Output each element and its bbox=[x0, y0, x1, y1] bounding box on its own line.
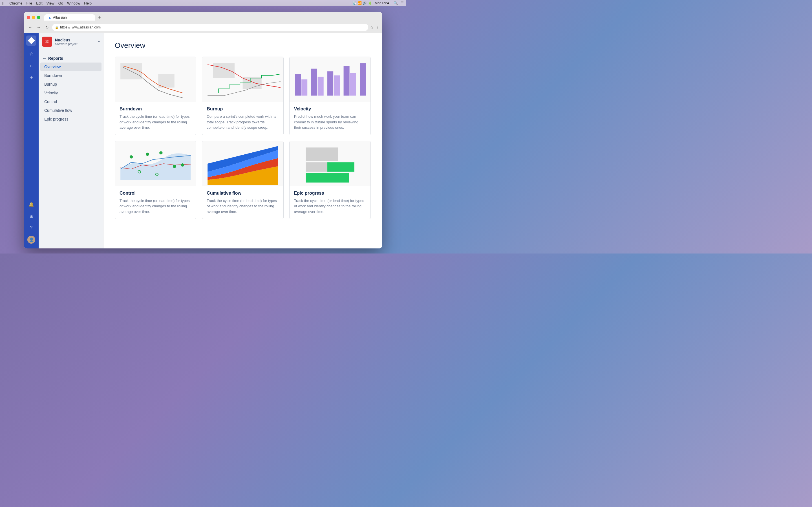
velocity-card[interactable]: Velocity Predict how much work your team… bbox=[289, 57, 371, 135]
cumulative-flow-card[interactable]: Cumulative flow Track the cycle time (or… bbox=[202, 141, 283, 219]
sidebar-icons: ☆ ⌕ + 🔔 ⊞ ? 👤 bbox=[24, 33, 39, 248]
lock-icon: 🔒 bbox=[55, 26, 58, 29]
cumulative-body: Cumulative flow Track the cycle time (or… bbox=[202, 186, 283, 219]
svg-rect-6 bbox=[311, 69, 317, 96]
menubar:  Chrome File Edit View Go Window Help 📡… bbox=[0, 0, 406, 6]
diamond-icon bbox=[28, 37, 35, 44]
toolbar-right: ☆ ⋮ bbox=[370, 25, 379, 30]
burndown-body: Burndown Track the cycle time (or lead t… bbox=[115, 102, 196, 135]
cumulative-desc: Track the cycle time (or lead time) for … bbox=[207, 198, 278, 215]
atlassian-tab-icon: ▲ bbox=[48, 16, 51, 19]
cumulative-title: Cumulative flow bbox=[207, 191, 278, 196]
clock: Mon 09:41 bbox=[375, 1, 391, 5]
traffic-lights bbox=[27, 16, 40, 19]
epic-title: Epic progress bbox=[294, 191, 366, 196]
tab-label: Atlassian bbox=[53, 15, 67, 19]
nav-item-velocity[interactable]: Velocity bbox=[40, 89, 101, 97]
sidebar-apps-icon[interactable]: ⊞ bbox=[26, 211, 36, 221]
sidebar-star-icon[interactable]: ☆ bbox=[26, 49, 36, 59]
nav-item-cumulative-flow[interactable]: Cumulative flow bbox=[40, 106, 101, 115]
menu-extra-icon[interactable]: ☰ bbox=[401, 1, 404, 5]
menu-go[interactable]: Go bbox=[58, 1, 63, 5]
project-header[interactable]: ⚛ Nucleus Software project ▾ bbox=[39, 33, 103, 51]
sidebar-search-icon[interactable]: ⌕ bbox=[26, 61, 36, 71]
velocity-chart bbox=[290, 57, 370, 102]
back-arrow-icon: ← bbox=[43, 56, 47, 61]
epic-progress-card[interactable]: Epic progress Track the cycle time (or l… bbox=[289, 141, 371, 219]
menu-edit[interactable]: Edit bbox=[36, 1, 42, 5]
menu-help[interactable]: Help bbox=[84, 1, 92, 5]
browser-tabs: ▲ Atlassian + bbox=[27, 14, 379, 21]
browser-window: ▲ Atlassian + ← → ↻ 🔒 https:// www.atlas… bbox=[24, 12, 382, 248]
svg-point-18 bbox=[181, 163, 184, 166]
epic-desc: Track the cycle time (or lead time) for … bbox=[294, 198, 366, 215]
menubar-right: 📡 📶 🔊 🔋 Mon 09:41 🔍 ☰ bbox=[352, 1, 404, 5]
svg-rect-12 bbox=[360, 63, 366, 96]
svg-point-15 bbox=[159, 151, 162, 154]
search-menubar-icon[interactable]: 🔍 bbox=[394, 1, 398, 5]
svg-rect-23 bbox=[306, 173, 349, 182]
user-avatar[interactable]: 👤 bbox=[26, 235, 36, 245]
epic-chart bbox=[290, 141, 370, 186]
nav-item-burnup[interactable]: Burnup bbox=[40, 80, 101, 89]
browser-toolbar: ← → ↻ 🔒 https:// www.atlassian.com ☆ ⋮ bbox=[27, 22, 379, 33]
velocity-body: Velocity Predict how much work your team… bbox=[290, 102, 370, 135]
svg-rect-10 bbox=[343, 66, 349, 96]
menubar-left:  Chrome File Edit View Go Window Help bbox=[2, 1, 92, 5]
svg-point-14 bbox=[146, 152, 149, 156]
svg-rect-3 bbox=[243, 76, 262, 89]
project-sidebar: ⚛ Nucleus Software project ▾ ← Reports O… bbox=[39, 33, 103, 248]
avatar-image: 👤 bbox=[28, 236, 35, 244]
control-card[interactable]: Control Track the cycle time (or lead ti… bbox=[115, 141, 196, 219]
nav-back-button[interactable]: ← Reports bbox=[39, 54, 103, 62]
jira-home-icon[interactable] bbox=[26, 36, 36, 46]
new-tab-button[interactable]: + bbox=[96, 14, 103, 21]
burnup-card[interactable]: Burnup Compare a sprint's completed work… bbox=[202, 57, 283, 135]
browser-chrome: ▲ Atlassian + ← → ↻ 🔒 https:// www.atlas… bbox=[24, 12, 382, 33]
control-body: Control Track the cycle time (or lead ti… bbox=[115, 186, 196, 219]
apple-icon[interactable]:  bbox=[2, 1, 4, 5]
cumulative-chart bbox=[202, 141, 283, 186]
burnup-body: Burnup Compare a sprint's completed work… bbox=[202, 102, 283, 135]
minimize-button[interactable] bbox=[32, 16, 35, 19]
nav-item-epic-progress[interactable]: Epic progress bbox=[40, 115, 101, 123]
nav-item-burndown[interactable]: Burndown bbox=[40, 71, 101, 80]
svg-rect-8 bbox=[327, 71, 333, 96]
control-title: Control bbox=[119, 191, 192, 196]
menu-file[interactable]: File bbox=[26, 1, 32, 5]
sidebar-notifications-icon[interactable]: 🔔 bbox=[26, 199, 36, 209]
svg-rect-7 bbox=[317, 76, 323, 96]
burndown-card[interactable]: Burndown Track the cycle time (or lead t… bbox=[115, 57, 196, 135]
project-info: Nucleus Software project bbox=[55, 38, 95, 46]
menu-view[interactable]: View bbox=[47, 1, 54, 5]
velocity-title: Velocity bbox=[294, 107, 366, 112]
burndown-desc: Track the cycle time (or lead time) for … bbox=[119, 114, 192, 130]
sidebar-nav: ← Reports Overview Burndown Burnup Veloc… bbox=[39, 51, 103, 127]
nav-item-overview[interactable]: Overview bbox=[40, 62, 101, 71]
control-chart bbox=[115, 141, 196, 186]
burnup-chart bbox=[202, 57, 283, 102]
sidebar-create-icon[interactable]: + bbox=[26, 72, 36, 82]
burnup-title: Burnup bbox=[207, 107, 278, 112]
burnup-desc: Compare a sprint's completed work with i… bbox=[207, 114, 278, 130]
sidebar-help-icon[interactable]: ? bbox=[26, 223, 36, 233]
menu-chrome[interactable]: Chrome bbox=[9, 1, 22, 5]
close-button[interactable] bbox=[27, 16, 30, 19]
refresh-button[interactable]: ↻ bbox=[44, 24, 50, 31]
burndown-chart bbox=[115, 57, 196, 102]
project-chevron-icon[interactable]: ▾ bbox=[98, 40, 100, 44]
nav-item-control[interactable]: Control bbox=[40, 98, 101, 106]
project-logo: ⚛ bbox=[42, 37, 52, 47]
maximize-button[interactable] bbox=[37, 16, 40, 19]
active-tab[interactable]: ▲ Atlassian bbox=[44, 14, 95, 20]
more-options-icon[interactable]: ⋮ bbox=[375, 25, 379, 30]
url-bar[interactable]: 🔒 https:// www.atlassian.com bbox=[52, 24, 368, 31]
menu-window[interactable]: Window bbox=[67, 1, 80, 5]
svg-rect-11 bbox=[350, 73, 356, 96]
forward-button[interactable]: → bbox=[35, 24, 42, 31]
back-button[interactable]: ← bbox=[27, 24, 34, 31]
project-name: Nucleus bbox=[55, 38, 95, 42]
svg-rect-4 bbox=[295, 74, 301, 96]
bookmark-icon[interactable]: ☆ bbox=[370, 25, 373, 30]
project-logo-icon: ⚛ bbox=[45, 39, 49, 45]
